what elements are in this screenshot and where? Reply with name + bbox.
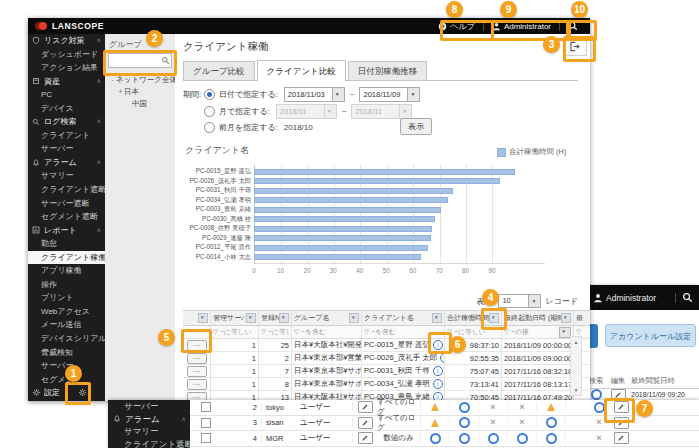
column-menu-icon[interactable]: [279, 313, 289, 323]
sidebar-item-アラーム[interactable]: アラーム∧: [28, 156, 105, 170]
sidebar-item-勤怠[interactable]: 勤怠: [28, 237, 105, 251]
date-to-select[interactable]: 2018/11/09: [359, 87, 420, 102]
logout-button[interactable]: [564, 37, 587, 56]
tab-client-compare[interactable]: クライアント比較: [257, 60, 346, 81]
column-menu-icon[interactable]: [432, 313, 442, 323]
table-scrollbar[interactable]: ▲ ▼: [570, 336, 582, 396]
account-row[interactable]: 2tokyoユーザーすべてのログ: [190, 400, 699, 416]
sidebar-item-アラーム[interactable]: アラーム∧: [108, 413, 190, 426]
group-tree-node[interactable]: +日本: [105, 86, 175, 98]
row-checkbox[interactable]: [201, 418, 211, 428]
tree-toggle-icon[interactable]: -: [109, 74, 116, 86]
filter-funnel-icon[interactable]: ▽: [504, 328, 509, 336]
filter-funnel-icon[interactable]: ▽: [447, 328, 452, 336]
filter-funnel-icon[interactable]: ▽: [576, 328, 581, 336]
radio-specify-by-date[interactable]: [204, 89, 215, 100]
chart-bar[interactable]: [254, 188, 453, 194]
chart-bar[interactable]: [254, 207, 441, 213]
group-tree-node[interactable]: -ネットワーク全体: [105, 74, 175, 86]
sidebar-item-クライアント遮断[interactable]: クライアント遮断: [108, 438, 190, 448]
account-rule-settings-button[interactable]: アカウントルール設定: [605, 324, 696, 347]
sidebar-item-ログ検索[interactable]: ログ検索∧: [28, 115, 105, 129]
info-icon[interactable]: [433, 366, 443, 376]
sidebar-item-クライアント遮断[interactable]: クライアント遮断: [28, 183, 105, 197]
edit-button[interactable]: [358, 432, 373, 444]
tab-daily-trend[interactable]: 日付別稼働推移: [348, 61, 428, 80]
row-menu-button[interactable]: [187, 353, 207, 364]
radio-specify-prev-month[interactable]: [204, 122, 215, 133]
sidebar-item-メール送信[interactable]: メール送信: [28, 318, 105, 332]
chart-bar[interactable]: [254, 216, 435, 222]
chart-bar[interactable]: [254, 169, 515, 175]
tab-group-compare[interactable]: グループ比較: [183, 61, 255, 80]
column-menu-icon[interactable]: [246, 313, 256, 323]
row-menu-button[interactable]: [187, 379, 207, 390]
sidebar-item-サーバー[interactable]: サーバー: [108, 400, 190, 413]
console-search-button[interactable]: [560, 21, 586, 31]
chart-bar[interactable]: [254, 197, 448, 203]
sidebar-item-クライアント稼働[interactable]: クライアント稼働: [28, 251, 105, 265]
column-menu-icon[interactable]: [561, 313, 571, 323]
chart-bar[interactable]: [254, 235, 431, 241]
scroll-down-icon[interactable]: ▼: [571, 387, 581, 393]
chart-bar[interactable]: [254, 245, 428, 251]
sidebar-item-リスク対策[interactable]: リスク対策∧: [28, 34, 105, 48]
filter-funnel-icon[interactable]: ▽: [364, 328, 369, 336]
scroll-up-icon[interactable]: ▲: [571, 339, 581, 345]
edit-button[interactable]: [358, 401, 373, 413]
info-icon[interactable]: [433, 379, 443, 389]
edit-button[interactable]: [614, 417, 629, 429]
sidebar-item-プリント[interactable]: プリント: [28, 291, 105, 305]
settings-gear-button[interactable]: [78, 388, 87, 397]
help-button[interactable]: ? ヘルプ: [430, 21, 483, 32]
sidebar-item-セグメント遮断[interactable]: セグメント遮断: [28, 210, 105, 224]
filter-funnel-icon[interactable]: ▽: [261, 328, 266, 336]
records-dropdown-arrow[interactable]: [529, 294, 541, 308]
table-row[interactable]: 18日本¥東京本部¥サポーPC-0034_弘瀬 孝明73:13:412017/1…: [183, 378, 590, 391]
sidebar-item-デバイス[interactable]: デバイス: [28, 102, 105, 116]
sidebar-item-ダッシュボード[interactable]: ダッシュボード: [28, 48, 105, 62]
column-menu-icon[interactable]: [489, 313, 499, 323]
show-button[interactable]: 表示: [400, 118, 432, 135]
edit-button[interactable]: [611, 389, 626, 401]
subwindow-search-button[interactable]: [676, 292, 699, 303]
sidebar-item-クライアント[interactable]: クライアント: [28, 129, 105, 143]
subwindow-user-menu[interactable]: Administrator: [587, 293, 662, 303]
edit-button[interactable]: [358, 417, 373, 429]
filter-funnel-icon[interactable]: ▽: [213, 328, 218, 336]
radio-specify-by-month[interactable]: [204, 106, 215, 117]
sidebar-item-脅威検知[interactable]: 脅威検知: [28, 346, 105, 360]
account-row[interactable]: 4MGRユーザー数値のみ: [190, 431, 699, 447]
sidebar-item-サーバー遮断[interactable]: サーバー遮断: [28, 197, 105, 211]
chart-bar[interactable]: [254, 226, 432, 232]
edit-button[interactable]: [614, 432, 629, 444]
date-from-select[interactable]: 2018/11/03: [284, 87, 345, 102]
group-tree-node[interactable]: 中国: [105, 98, 175, 110]
tree-toggle-icon[interactable]: +: [117, 86, 124, 98]
row-checkbox[interactable]: [201, 402, 211, 412]
table-row[interactable]: 17日本¥東京本部¥サポーPC-0031_秋田 千尋75:07:452017/1…: [183, 365, 590, 378]
sidebar-item-レポート[interactable]: レポート∧: [28, 224, 105, 238]
column-menu-icon[interactable]: [349, 313, 359, 323]
account-row[interactable]: 3sisanユーザーすべてのログ: [190, 416, 699, 432]
sidebar-item-サマリー[interactable]: サマリー: [28, 169, 105, 183]
filter-funnel-icon[interactable]: ▽: [294, 328, 299, 336]
row-menu-button[interactable]: [187, 366, 207, 377]
user-menu-button[interactable]: Administrator: [484, 22, 559, 31]
chart-bar[interactable]: [254, 254, 421, 260]
sidebar-item-アクション結果[interactable]: アクション結果: [28, 61, 105, 75]
sidebar-item-デバイスシリアル[interactable]: デバイスシリアル: [28, 332, 105, 346]
table-row[interactable]: 12日本¥東京本部¥営業部PC-0026_茂礼手 太郎92:55:352018/…: [183, 352, 590, 365]
row-menu-button[interactable]: [187, 340, 207, 351]
sidebar-item-Webアクセス[interactable]: Webアクセス: [28, 305, 105, 319]
sidebar-item-操作[interactable]: 操作: [28, 278, 105, 292]
search-icon[interactable]: [161, 56, 170, 65]
sidebar-item-アプリ稼働[interactable]: アプリ稼働: [28, 264, 105, 278]
info-icon[interactable]: [433, 340, 443, 350]
sidebar-item-設定[interactable]: 設定: [28, 386, 105, 400]
column-menu-icon[interactable]: [198, 313, 208, 323]
sidebar-item-サマリー[interactable]: サマリー: [108, 425, 190, 438]
records-count-select[interactable]: 10: [498, 294, 529, 308]
sidebar-item-PC[interactable]: PC: [28, 88, 105, 102]
row-checkbox[interactable]: [201, 433, 211, 443]
